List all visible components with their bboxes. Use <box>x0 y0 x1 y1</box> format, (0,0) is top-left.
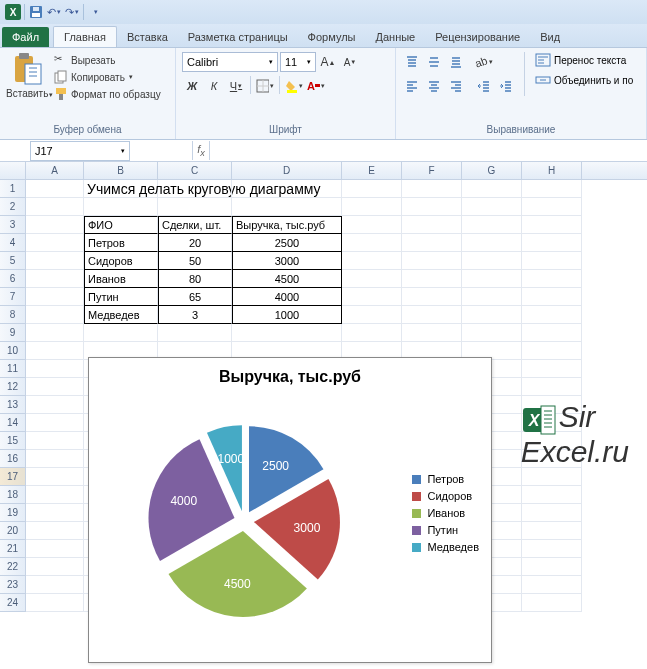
cell[interactable] <box>462 306 522 324</box>
tab-insert[interactable]: Вставка <box>117 27 178 47</box>
cell[interactable] <box>522 540 582 558</box>
tab-formulas[interactable]: Формулы <box>298 27 366 47</box>
col-header[interactable]: A <box>26 162 84 179</box>
cells-area[interactable]: Учимся делать круговую диаграммуФИОСделк… <box>26 180 647 612</box>
format-painter-button[interactable]: Формат по образцу <box>52 86 163 102</box>
row-header[interactable]: 8 <box>0 306 26 324</box>
cell[interactable] <box>522 288 582 306</box>
cell[interactable] <box>402 252 462 270</box>
col-header[interactable]: E <box>342 162 402 179</box>
row-header[interactable]: 15 <box>0 432 26 450</box>
redo-icon[interactable]: ↷▾ <box>63 3 81 21</box>
cell[interactable]: 65 <box>158 288 232 306</box>
cell[interactable] <box>402 324 462 342</box>
cell[interactable] <box>26 306 84 324</box>
cell[interactable] <box>522 360 582 378</box>
cell[interactable]: Петров <box>84 234 158 252</box>
cell[interactable]: Учимся делать круговую диаграмму <box>84 180 158 198</box>
cell[interactable] <box>402 198 462 216</box>
cell[interactable] <box>26 216 84 234</box>
cell[interactable] <box>342 234 402 252</box>
tab-review[interactable]: Рецензирование <box>425 27 530 47</box>
tab-page-layout[interactable]: Разметка страницы <box>178 27 298 47</box>
cell[interactable] <box>26 522 84 540</box>
decrease-indent-icon[interactable] <box>474 76 494 96</box>
cell[interactable] <box>402 288 462 306</box>
tab-file[interactable]: Файл <box>2 27 49 47</box>
row-header[interactable]: 13 <box>0 396 26 414</box>
col-header[interactable]: F <box>402 162 462 179</box>
save-icon[interactable] <box>27 3 45 21</box>
cell[interactable] <box>402 306 462 324</box>
borders-button[interactable]: ▾ <box>255 76 275 96</box>
cell[interactable] <box>84 198 158 216</box>
col-header[interactable]: C <box>158 162 232 179</box>
cell[interactable] <box>26 270 84 288</box>
fill-color-button[interactable]: ▾ <box>284 76 304 96</box>
name-box[interactable]: J17▾ <box>30 141 130 161</box>
cell[interactable]: Сделки, шт. <box>158 216 232 234</box>
cell[interactable]: 20 <box>158 234 232 252</box>
cell[interactable] <box>522 342 582 360</box>
cell[interactable] <box>522 576 582 594</box>
italic-button[interactable]: К <box>204 76 224 96</box>
cell[interactable]: Выручка, тыс.руб <box>232 216 342 234</box>
row-header[interactable]: 22 <box>0 558 26 576</box>
cell[interactable]: Иванов <box>84 270 158 288</box>
cell[interactable] <box>342 288 402 306</box>
row-header[interactable]: 14 <box>0 414 26 432</box>
cell[interactable] <box>26 288 84 306</box>
fx-icon[interactable]: fx <box>192 141 210 160</box>
cell[interactable] <box>522 504 582 522</box>
cell[interactable] <box>26 396 84 414</box>
cell[interactable] <box>26 360 84 378</box>
cell[interactable] <box>522 270 582 288</box>
cell[interactable]: ФИО <box>84 216 158 234</box>
cell[interactable]: 80 <box>158 270 232 288</box>
row-header[interactable]: 17 <box>0 468 26 486</box>
row-header[interactable]: 3 <box>0 216 26 234</box>
cell[interactable] <box>402 234 462 252</box>
cell[interactable]: Сидоров <box>84 252 158 270</box>
align-bottom-icon[interactable] <box>446 52 466 72</box>
cell[interactable] <box>402 180 462 198</box>
tab-home[interactable]: Главная <box>53 26 117 47</box>
cell[interactable] <box>462 180 522 198</box>
row-header[interactable]: 9 <box>0 324 26 342</box>
merge-center-button[interactable]: Объединить и по <box>533 72 635 88</box>
cell[interactable] <box>158 198 232 216</box>
cell[interactable] <box>462 288 522 306</box>
cell[interactable] <box>84 324 158 342</box>
row-header[interactable]: 11 <box>0 360 26 378</box>
col-header[interactable]: G <box>462 162 522 179</box>
bold-button[interactable]: Ж <box>182 76 202 96</box>
cell[interactable] <box>342 216 402 234</box>
row-header[interactable]: 21 <box>0 540 26 558</box>
cell[interactable] <box>158 180 232 198</box>
cell[interactable] <box>522 216 582 234</box>
orientation-icon[interactable]: ab▾ <box>474 52 494 72</box>
cell[interactable] <box>26 504 84 522</box>
align-right-icon[interactable] <box>446 76 466 96</box>
cell[interactable] <box>342 270 402 288</box>
align-left-icon[interactable] <box>402 76 422 96</box>
cell[interactable] <box>26 180 84 198</box>
row-header[interactable]: 10 <box>0 342 26 360</box>
cell[interactable] <box>26 324 84 342</box>
cell[interactable] <box>522 522 582 540</box>
cell[interactable] <box>232 180 342 198</box>
cell[interactable] <box>462 216 522 234</box>
cell[interactable] <box>26 432 84 450</box>
row-header[interactable]: 16 <box>0 450 26 468</box>
cell[interactable] <box>26 450 84 468</box>
cell[interactable] <box>342 324 402 342</box>
cell[interactable] <box>26 540 84 558</box>
row-header[interactable]: 5 <box>0 252 26 270</box>
cell[interactable] <box>522 378 582 396</box>
cell[interactable]: 3 <box>158 306 232 324</box>
cell[interactable] <box>522 594 582 612</box>
cell[interactable] <box>342 180 402 198</box>
align-top-icon[interactable] <box>402 52 422 72</box>
cell[interactable] <box>26 468 84 486</box>
cell[interactable] <box>26 486 84 504</box>
